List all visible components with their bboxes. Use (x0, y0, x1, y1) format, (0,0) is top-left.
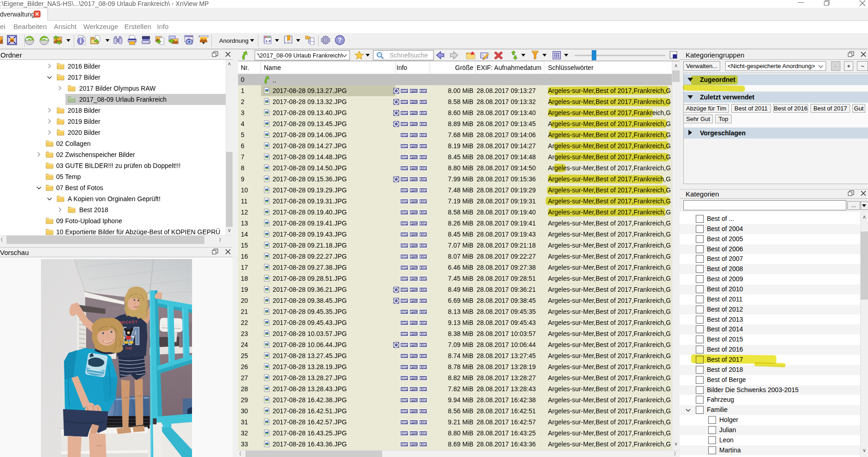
svg-text:?: ? (338, 36, 342, 44)
svg-text:1928: 1928 (125, 347, 132, 350)
svg-text:1-5: 1-5 (266, 39, 271, 43)
